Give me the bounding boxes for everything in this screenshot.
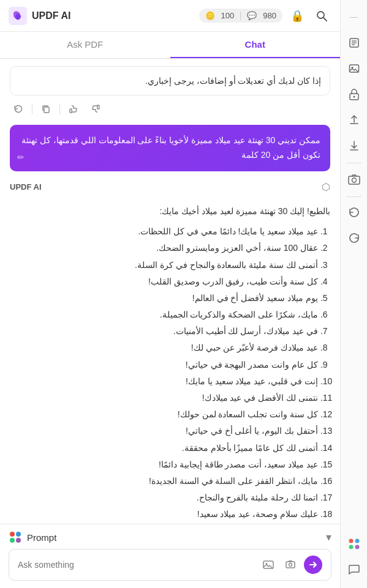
- svg-point-5: [16, 532, 21, 537]
- external-link-icon[interactable]: ⬡: [322, 181, 330, 193]
- list-item: في عيد ميلادك، أرسل لك أطيب الأمنيات.: [10, 324, 318, 339]
- refresh-button[interactable]: [10, 100, 27, 117]
- action-separator-2: [59, 103, 60, 114]
- list-item: أتمنى لك سنة مليئة بالسعادة والنجاح في ك…: [10, 258, 318, 273]
- credits-badge[interactable]: 🪙 100 💬 980: [199, 9, 282, 23]
- svg-rect-10: [286, 562, 295, 568]
- flower-button[interactable]: [343, 533, 365, 555]
- chat-content: إذا كان لديك أي تعديلات أو إضافات، يرجى …: [0, 59, 340, 524]
- tab-chat[interactable]: Chat: [170, 32, 341, 58]
- list-item: عيد ميلادك فرصة لأعبّر عن حبي لك!: [10, 340, 318, 355]
- svg-point-24: [355, 539, 359, 543]
- redo-icon: [348, 233, 360, 244]
- chat-sidebar-icon: [348, 564, 360, 576]
- ai-bubble-1-actions: [10, 100, 330, 117]
- prompt-input-area: [9, 549, 331, 581]
- right-sidebar: —: [340, 0, 367, 588]
- download-icon: [349, 140, 360, 152]
- thumbdown-button[interactable]: [87, 100, 104, 117]
- image-attach-icon: [262, 559, 274, 571]
- header-left: UPDF AI: [9, 7, 70, 25]
- ocr-button[interactable]: [343, 32, 365, 54]
- svg-point-25: [349, 545, 353, 549]
- lock-sidebar-button[interactable]: [343, 83, 365, 105]
- list-item: كل سنة وانت تجلب السعادة لمن حولك!: [10, 407, 318, 422]
- svg-point-6: [10, 538, 15, 543]
- screenshot-button[interactable]: [282, 556, 299, 573]
- list-item: نتمنى لك الأفضل في عيد ميلادك!: [10, 390, 318, 406]
- svg-point-20: [353, 96, 355, 98]
- ai-message-1: إذا كان لديك أي تعديلات أو إضافات، يرجى …: [10, 66, 330, 117]
- ai-bubble-text-1: إذا كان لديك أي تعديلات أو إضافات، يرجى …: [19, 74, 321, 87]
- prompt-chevron-icon[interactable]: ▾: [326, 530, 331, 544]
- list-item: عيد ميلاد سعيد، أنت مصدر طاقة إيجابية دا…: [10, 457, 318, 472]
- thumbup-button[interactable]: [65, 100, 82, 117]
- list-item: عليك سلام وصحة، عيد ميلاد سعيد!: [10, 507, 318, 522]
- app-title: UPDF AI: [32, 10, 70, 21]
- camera-button[interactable]: [343, 168, 365, 190]
- list-item: يوم ميلاد سعيد لأفضل أخ في العالم!: [10, 291, 318, 306]
- user-message-text-1: ممكن تديني 30 تهنئة عيد ميلاد مميزة لأخو…: [20, 133, 320, 163]
- svg-point-26: [355, 545, 359, 549]
- share-button[interactable]: [343, 109, 365, 131]
- image-attach-button[interactable]: [260, 556, 277, 573]
- image-button[interactable]: [343, 58, 365, 80]
- share-icon: [349, 114, 360, 126]
- chat-badge-icon: 💬: [247, 11, 257, 20]
- list-item: مايك، انتظر القفز على السلة في السنة الج…: [10, 474, 318, 489]
- prompt-header: Prompt ▾: [9, 530, 331, 544]
- header: UPDF AI 🪙 100 💬 980 🔒: [0, 0, 340, 32]
- prompt-input[interactable]: [18, 560, 255, 570]
- svg-rect-3: [44, 107, 49, 113]
- header-right: 🪙 100 💬 980 🔒: [199, 6, 331, 26]
- svg-point-11: [289, 564, 292, 567]
- list-item: مايك، شكرًا على الضحكة والذكريات الجميلة…: [10, 307, 318, 322]
- camera-icon: [348, 174, 360, 185]
- ai-list: عيد ميلاد سعيد يا مايك! دائمًا معي في كل…: [10, 224, 330, 522]
- refresh-icon: [13, 104, 23, 114]
- badge-count1: 100: [221, 11, 235, 20]
- chat-sidebar-button[interactable]: [343, 559, 365, 581]
- copy-button[interactable]: [37, 100, 55, 117]
- lock-button[interactable]: 🔒: [287, 6, 307, 26]
- updf-ai-label: UPDF AI: [10, 182, 42, 192]
- tab-bar: Ask PDF Chat: [0, 32, 340, 59]
- search-button[interactable]: [312, 6, 331, 26]
- svg-point-4: [10, 532, 15, 537]
- coin-icon: 🪙: [205, 11, 215, 20]
- redo-button[interactable]: [343, 228, 365, 250]
- copy-icon: [41, 104, 51, 114]
- send-button[interactable]: [304, 556, 322, 574]
- list-item: إنت في قلبي، عيد ميلاد سعيد يا مايك!: [10, 374, 318, 389]
- list-item: أتمنى لك كل عامًا مميزًا بأحلام محققة.: [10, 441, 318, 456]
- thumbup-icon: [69, 104, 78, 114]
- action-separator-1: [32, 103, 32, 114]
- download-button[interactable]: [343, 135, 365, 157]
- scroll-indicator: —: [343, 6, 365, 28]
- ai-bubble-1: إذا كان لديك أي تعديلات أو إضافات، يرجى …: [10, 66, 330, 95]
- list-item: عقال 100 سنة، أخي العزيز ومايسترو الضحك.: [10, 240, 318, 256]
- list-item: أحتفل بك اليوم، يا أغلى أخ في حياتي!: [10, 423, 318, 439]
- prompt-label-left: Prompt: [9, 530, 56, 544]
- screenshot-icon: [284, 559, 297, 571]
- ai-list-message: بالطبع! إليك 30 تهنئة مميزة لعيد ميلاد أ…: [10, 201, 330, 524]
- tab-ask-pdf[interactable]: Ask PDF: [0, 32, 170, 58]
- list-item: اتمنا لك رحلة مليئة بالفرح والنجاح.: [10, 490, 318, 505]
- svg-line-2: [323, 18, 327, 21]
- svg-rect-12: [289, 560, 292, 562]
- undo-button[interactable]: [343, 202, 365, 224]
- svg-rect-21: [349, 176, 360, 184]
- user-message-1: ممكن تديني 30 تهنئة عيد ميلاد مميزة لأخو…: [10, 125, 330, 171]
- send-icon: [309, 560, 317, 569]
- lock-sidebar-icon: [349, 88, 360, 100]
- prompt-area: Prompt ▾: [0, 524, 340, 588]
- prompt-input-actions: [260, 556, 322, 574]
- undo-icon: [348, 207, 360, 218]
- search-icon: [316, 10, 328, 22]
- sidebar-sep-1: [347, 163, 361, 163]
- flower-icon: [347, 537, 361, 551]
- svg-point-22: [352, 178, 356, 182]
- prompt-label-text: Prompt: [27, 532, 56, 543]
- edit-message-button[interactable]: ✏: [17, 151, 25, 165]
- updf-label-row: UPDF AI ⬡: [10, 179, 330, 194]
